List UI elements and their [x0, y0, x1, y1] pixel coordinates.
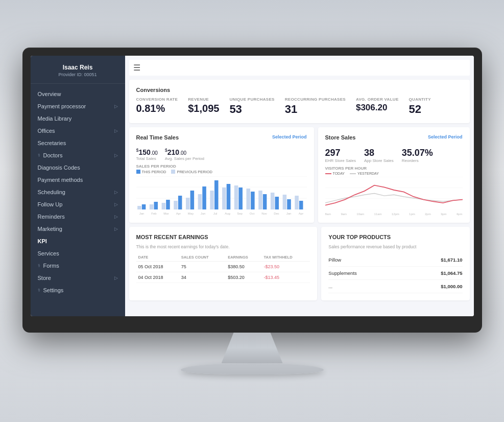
yesterday-legend: YESTERDAY [350, 172, 379, 175]
svg-rect-5 [141, 204, 146, 209]
monitor-stand-neck [222, 333, 283, 363]
svg-rect-31 [299, 201, 303, 209]
svg-rect-13 [190, 191, 194, 209]
line-chart-legend: TODAY YESTERDAY [325, 172, 463, 175]
sidebar-item-forms[interactable]: ⚕ Forms [31, 260, 125, 272]
period-label[interactable]: Selected Period [272, 134, 307, 139]
sidebar-item-payment-processor[interactable]: Payment processor ▷ [31, 100, 125, 112]
store-period-label[interactable]: Selected Period [428, 134, 463, 139]
sidebar-username: Isaac Reis [38, 64, 118, 71]
sidebar: Isaac Reis Provider ID: 00051 Overview P… [31, 56, 125, 316]
total-sales-amount: $150.00 Total Sales [136, 148, 158, 161]
metric-label: REVENUE [188, 97, 219, 102]
svg-rect-10 [174, 201, 178, 209]
col-earnings: EARNINGS [226, 253, 261, 262]
store-sales-card: Store Sales Selected Period 297 EHR Stor… [318, 127, 470, 223]
legend-current: THIS PERIOD [136, 170, 166, 174]
conversions-card: Conversions CONVERSION RATE 0.81% REVENU… [129, 80, 470, 123]
today-legend: TODAY [325, 172, 345, 175]
table-row: 05 Oct 2018 75 $380.50 -$23.50 [136, 262, 310, 272]
svg-rect-29 [287, 199, 291, 209]
sidebar-item-services[interactable]: Services [31, 247, 125, 260]
metric-value: $1,095 [188, 103, 219, 114]
sidebar-item-payment-methods[interactable]: Payment methods [31, 174, 125, 186]
col-tax: TAX WITHHELD [262, 253, 310, 262]
metric-label: UNIQUE PURCHASES [229, 97, 274, 102]
sidebar-item-diagnosis-codes[interactable]: Diagnosis Codes [31, 161, 125, 174]
sidebar-item-overview[interactable]: Overview [31, 88, 125, 100]
product-row: Supplements $1,064.75 [328, 267, 462, 280]
chevron-right-icon: ▷ [114, 128, 118, 133]
metric-value: $306.20 [356, 103, 399, 113]
sidebar-item-offices[interactable]: Offices ▷ [31, 125, 125, 137]
avg-sales-label: Avg. Sales per Period [165, 156, 204, 161]
sidebar-item-scheduling[interactable]: Scheduling ▷ [31, 186, 125, 198]
x-axis-labels: Jan Feb Mar Apr May Jun Jul Aug Sep Oct … [136, 212, 307, 215]
metric-label: QUANTITY [409, 97, 431, 102]
svg-rect-27 [275, 197, 279, 209]
svg-rect-12 [185, 198, 189, 209]
metric-quantity: QUANTITY 52 [409, 97, 431, 116]
monitor-wrapper: Isaac Reis Provider ID: 00051 Overview P… [22, 48, 482, 374]
conversions-title: Conversions [136, 87, 463, 93]
bottom-grid: MOST RECENT EARNINGS This is the most re… [129, 227, 470, 300]
sidebar-item-reminders[interactable]: Reminders ▷ [31, 210, 125, 223]
previous-dot [171, 170, 175, 174]
line-chart [325, 177, 463, 210]
monitor-bezel: Isaac Reis Provider ID: 00051 Overview P… [22, 48, 482, 333]
metric-unique-purchases: UNIQUE PURCHASES 53 [229, 97, 274, 116]
real-time-sales-card: Real Time Sales Selected Period $150.00 … [129, 127, 314, 223]
svg-rect-18 [222, 187, 226, 209]
app-store-sales: 38 App Store Sales [364, 148, 394, 163]
store-metrics: 297 EHR Store Sales 38 App Store Sales 3… [325, 148, 463, 163]
metric-value: 31 [285, 103, 346, 116]
metric-label: CONVERSION RATE [136, 97, 178, 102]
ehr-store-sales: 297 EHR Store Sales [325, 148, 356, 163]
metric-avg-order: AVG. ORDER VALUE $306.20 [356, 97, 399, 113]
sidebar-item-follow-up[interactable]: Follow Up ▷ [31, 198, 125, 210]
svg-rect-11 [178, 196, 182, 209]
metric-value: 52 [409, 103, 431, 116]
current-dot [136, 170, 140, 174]
sidebar-item-marketing[interactable]: Marketing ▷ [31, 223, 125, 235]
avg-sales-value: $210.00 [165, 148, 204, 156]
product-row: Pillow $1,671.10 [328, 253, 462, 267]
chevron-right-icon: ▷ [114, 202, 118, 207]
screen: Isaac Reis Provider ID: 00051 Overview P… [31, 56, 474, 316]
metric-conversion-rate: CONVERSION RATE 0.81% [136, 97, 178, 114]
top-products-card: YOUR TOP PRODUCTS Sales performance reve… [321, 227, 469, 300]
sidebar-provider-id: Provider ID: 00051 [38, 72, 118, 77]
svg-rect-25 [262, 194, 267, 209]
svg-rect-9 [166, 200, 170, 209]
earnings-table: DATE SALES COUNT EARNINGS TAX WITHHELD 0… [136, 253, 310, 283]
sidebar-item-doctors[interactable]: ⚕ Doctors ▷ [31, 149, 125, 161]
sales-header: Real Time Sales Selected Period [136, 134, 307, 145]
svg-rect-17 [214, 180, 218, 209]
metrics-row: CONVERSION RATE 0.81% REVENUE $1,095 UNI… [136, 97, 463, 116]
sidebar-item-settings[interactable]: ⚕ Settings [31, 284, 125, 296]
legend-previous: PREVIOUS PERIOD [171, 170, 212, 174]
sidebar-item-store[interactable]: Store ▷ [31, 272, 125, 284]
col-sales: SALES COUNT [179, 253, 226, 262]
svg-rect-20 [234, 185, 238, 209]
sidebar-item-media-library[interactable]: Media Library [31, 112, 125, 125]
menu-icon[interactable]: ☰ [133, 63, 140, 73]
svg-rect-23 [251, 192, 255, 209]
real-time-sales-title: Real Time Sales [136, 134, 179, 140]
metric-label: REOCCURRING PURCHASES [285, 97, 346, 102]
svg-rect-24 [258, 191, 262, 209]
today-line [325, 173, 331, 174]
topbar: ☰ [129, 60, 470, 76]
svg-rect-26 [270, 193, 274, 209]
avg-sales-amount: $210.00 Avg. Sales per Period [165, 148, 204, 161]
visitors-label: VISITORS PER HOUR [325, 166, 463, 171]
sidebar-header: Isaac Reis Provider ID: 00051 [31, 56, 125, 84]
svg-rect-16 [210, 191, 214, 209]
line-x-labels: 8am 9am 10am 11am 12pm 1pm 2pm 3pm 4pm [325, 213, 463, 216]
earnings-subtitle: This is the most recent earnings for tod… [136, 244, 310, 249]
col-date: DATE [136, 253, 179, 262]
sidebar-item-secretaries[interactable]: Secretaries [31, 137, 125, 149]
sidebar-item-kpi[interactable]: KPI [31, 235, 125, 247]
product-row: ... $1,000.00 [328, 280, 462, 293]
products-title: YOUR TOP PRODUCTS [328, 234, 462, 240]
